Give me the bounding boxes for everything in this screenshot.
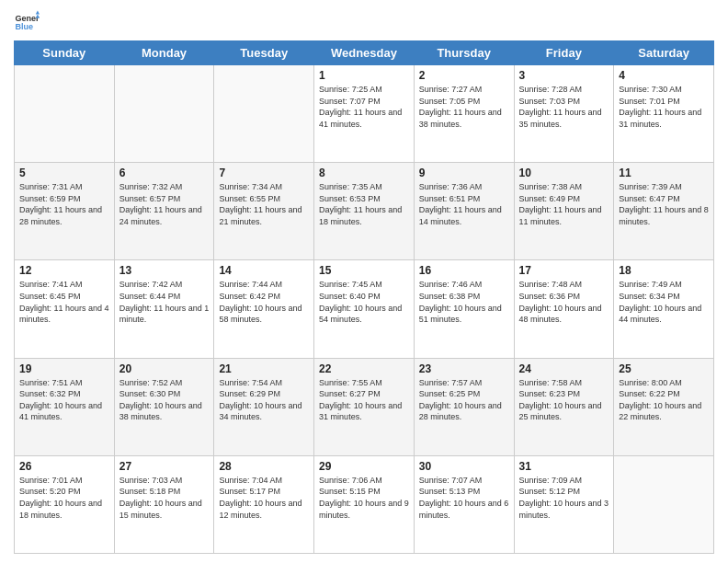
day-info: Sunrise: 7:27 AM Sunset: 7:05 PM Dayligh… [419,84,509,130]
weekday-header-wednesday: Wednesday [314,41,415,65]
calendar-cell: 18Sunrise: 7:49 AM Sunset: 6:34 PM Dayli… [614,260,714,358]
weekday-header-friday: Friday [514,41,614,65]
calendar-cell: 5Sunrise: 7:31 AM Sunset: 6:59 PM Daylig… [15,163,115,260]
logo-icon: General Blue [14,9,40,35]
day-number: 15 [319,264,409,277]
calendar-cell [614,455,714,553]
calendar-cell: 17Sunrise: 7:48 AM Sunset: 6:36 PM Dayli… [514,260,614,358]
day-info: Sunrise: 7:46 AM Sunset: 6:38 PM Dayligh… [419,279,509,325]
calendar-cell [214,65,314,163]
logo: General Blue [14,9,40,35]
calendar-cell: 22Sunrise: 7:55 AM Sunset: 6:27 PM Dayli… [314,358,415,455]
calendar-week-row: 12Sunrise: 7:41 AM Sunset: 6:45 PM Dayli… [15,260,714,358]
calendar-cell: 7Sunrise: 7:34 AM Sunset: 6:55 PM Daylig… [214,163,314,260]
day-info: Sunrise: 7:25 AM Sunset: 7:07 PM Dayligh… [319,84,409,130]
svg-text:Blue: Blue [15,22,33,31]
calendar-week-row: 1Sunrise: 7:25 AM Sunset: 7:07 PM Daylig… [15,65,714,163]
day-info: Sunrise: 7:35 AM Sunset: 6:53 PM Dayligh… [319,181,409,227]
svg-marker-2 [36,10,40,14]
day-number: 19 [19,362,109,375]
day-info: Sunrise: 7:31 AM Sunset: 6:59 PM Dayligh… [19,181,109,227]
day-info: Sunrise: 7:58 AM Sunset: 6:23 PM Dayligh… [519,377,609,423]
day-info: Sunrise: 8:00 AM Sunset: 6:22 PM Dayligh… [619,377,709,423]
day-info: Sunrise: 7:55 AM Sunset: 6:27 PM Dayligh… [319,377,409,423]
day-info: Sunrise: 7:03 AM Sunset: 5:18 PM Dayligh… [119,475,210,521]
day-info: Sunrise: 7:32 AM Sunset: 6:57 PM Dayligh… [119,181,210,227]
page: General Blue SundayMondayTuesdayWednesda… [0,0,728,563]
calendar-cell: 1Sunrise: 7:25 AM Sunset: 7:07 PM Daylig… [314,65,415,163]
weekday-header-saturday: Saturday [614,41,714,65]
day-number: 9 [419,167,509,179]
day-number: 12 [19,264,109,277]
day-number: 2 [419,69,509,82]
day-info: Sunrise: 7:39 AM Sunset: 6:47 PM Dayligh… [619,181,709,227]
day-info: Sunrise: 7:45 AM Sunset: 6:40 PM Dayligh… [319,279,409,325]
calendar-cell: 4Sunrise: 7:30 AM Sunset: 7:01 PM Daylig… [614,65,714,163]
day-number: 23 [419,362,509,375]
day-number: 8 [319,167,409,179]
calendar-cell: 31Sunrise: 7:09 AM Sunset: 5:12 PM Dayli… [514,455,614,553]
calendar-week-row: 19Sunrise: 7:51 AM Sunset: 6:32 PM Dayli… [15,358,714,455]
day-info: Sunrise: 7:04 AM Sunset: 5:17 PM Dayligh… [219,475,309,521]
calendar-cell: 14Sunrise: 7:44 AM Sunset: 6:42 PM Dayli… [214,260,314,358]
day-number: 22 [319,362,409,375]
day-number: 25 [619,362,709,375]
day-info: Sunrise: 7:54 AM Sunset: 6:29 PM Dayligh… [219,377,309,423]
day-info: Sunrise: 7:30 AM Sunset: 7:01 PM Dayligh… [619,84,709,130]
day-number: 30 [419,460,509,473]
calendar-cell: 27Sunrise: 7:03 AM Sunset: 5:18 PM Dayli… [114,455,214,553]
day-number: 28 [219,460,309,473]
day-info: Sunrise: 7:34 AM Sunset: 6:55 PM Dayligh… [219,181,309,227]
weekday-header-sunday: Sunday [15,41,115,65]
day-info: Sunrise: 7:48 AM Sunset: 6:36 PM Dayligh… [519,279,609,325]
day-info: Sunrise: 7:38 AM Sunset: 6:49 PM Dayligh… [519,181,609,227]
calendar-cell: 10Sunrise: 7:38 AM Sunset: 6:49 PM Dayli… [514,163,614,260]
day-info: Sunrise: 7:57 AM Sunset: 6:25 PM Dayligh… [419,377,509,423]
day-number: 31 [519,460,609,473]
weekday-header-thursday: Thursday [414,41,514,65]
calendar-week-row: 26Sunrise: 7:01 AM Sunset: 5:20 PM Dayli… [15,455,714,553]
calendar-week-row: 5Sunrise: 7:31 AM Sunset: 6:59 PM Daylig… [15,163,714,260]
calendar-cell: 15Sunrise: 7:45 AM Sunset: 6:40 PM Dayli… [314,260,415,358]
day-info: Sunrise: 7:09 AM Sunset: 5:12 PM Dayligh… [519,475,609,521]
day-number: 24 [519,362,609,375]
calendar-cell: 8Sunrise: 7:35 AM Sunset: 6:53 PM Daylig… [314,163,415,260]
calendar-cell: 24Sunrise: 7:58 AM Sunset: 6:23 PM Dayli… [514,358,614,455]
day-number: 18 [619,264,709,277]
day-info: Sunrise: 7:06 AM Sunset: 5:15 PM Dayligh… [319,475,409,521]
weekday-header-row: SundayMondayTuesdayWednesdayThursdayFrid… [15,41,714,65]
day-number: 1 [319,69,409,82]
day-number: 10 [519,167,609,179]
calendar-cell: 11Sunrise: 7:39 AM Sunset: 6:47 PM Dayli… [614,163,714,260]
day-number: 20 [119,362,210,375]
calendar-cell: 12Sunrise: 7:41 AM Sunset: 6:45 PM Dayli… [15,260,115,358]
day-number: 29 [319,460,409,473]
calendar-cell [114,65,214,163]
day-info: Sunrise: 7:51 AM Sunset: 6:32 PM Dayligh… [19,377,109,423]
calendar-cell: 25Sunrise: 8:00 AM Sunset: 6:22 PM Dayli… [614,358,714,455]
calendar-cell: 9Sunrise: 7:36 AM Sunset: 6:51 PM Daylig… [414,163,514,260]
calendar-cell: 13Sunrise: 7:42 AM Sunset: 6:44 PM Dayli… [114,260,214,358]
calendar-cell: 19Sunrise: 7:51 AM Sunset: 6:32 PM Dayli… [15,358,115,455]
day-info: Sunrise: 7:07 AM Sunset: 5:13 PM Dayligh… [419,475,509,521]
day-number: 21 [219,362,309,375]
day-info: Sunrise: 7:52 AM Sunset: 6:30 PM Dayligh… [119,377,210,423]
calendar-cell: 3Sunrise: 7:28 AM Sunset: 7:03 PM Daylig… [514,65,614,163]
calendar-cell: 26Sunrise: 7:01 AM Sunset: 5:20 PM Dayli… [15,455,115,553]
calendar-cell: 6Sunrise: 7:32 AM Sunset: 6:57 PM Daylig… [114,163,214,260]
calendar-table: SundayMondayTuesdayWednesdayThursdayFrid… [14,40,714,554]
calendar-cell [15,65,115,163]
day-info: Sunrise: 7:42 AM Sunset: 6:44 PM Dayligh… [119,279,210,325]
day-number: 5 [19,167,109,179]
day-number: 17 [519,264,609,277]
calendar-cell: 20Sunrise: 7:52 AM Sunset: 6:30 PM Dayli… [114,358,214,455]
weekday-header-tuesday: Tuesday [214,41,314,65]
day-number: 26 [19,460,109,473]
day-number: 7 [219,167,309,179]
day-info: Sunrise: 7:49 AM Sunset: 6:34 PM Dayligh… [619,279,709,325]
calendar-cell: 21Sunrise: 7:54 AM Sunset: 6:29 PM Dayli… [214,358,314,455]
day-number: 16 [419,264,509,277]
calendar-cell: 29Sunrise: 7:06 AM Sunset: 5:15 PM Dayli… [314,455,415,553]
day-info: Sunrise: 7:01 AM Sunset: 5:20 PM Dayligh… [19,475,109,521]
calendar-cell: 28Sunrise: 7:04 AM Sunset: 5:17 PM Dayli… [214,455,314,553]
